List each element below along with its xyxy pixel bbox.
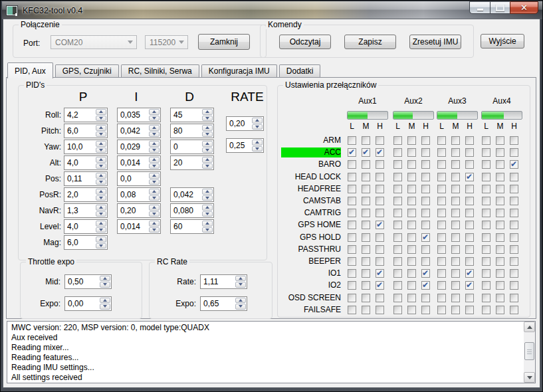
aux-checkbox-camstab-aux2-l[interactable] xyxy=(393,197,402,205)
aux-checkbox-io2-aux4-m[interactable] xyxy=(496,281,504,290)
tab-gps-czujniki[interactable]: GPS, Czujniki xyxy=(55,64,119,77)
aux-checkbox-passthru-aux3-l[interactable] xyxy=(437,245,446,254)
aux-checkbox-passthru-aux1-l[interactable] xyxy=(348,245,356,254)
pid-pos-p-spinner-up-button[interactable] xyxy=(96,173,106,179)
aux-checkbox-io2-aux1-h[interactable] xyxy=(376,281,384,290)
aux-checkbox-osd-screen-aux2-h[interactable] xyxy=(421,294,430,302)
aux-checkbox-io2-aux1-l[interactable] xyxy=(348,281,356,290)
pid-roll-d-spinner-down-button[interactable] xyxy=(202,116,213,122)
aux-checkbox-passthru-aux2-h[interactable] xyxy=(421,245,430,254)
aux-checkbox-head-lock-aux2-m[interactable] xyxy=(407,173,416,181)
write-button[interactable]: Zapisz xyxy=(344,35,396,49)
aux-checkbox-head-lock-aux4-h[interactable] xyxy=(510,173,518,181)
aux-checkbox-head-lock-aux4-m[interactable] xyxy=(496,173,504,181)
pid-yaw-i-spinner-up-button[interactable] xyxy=(149,141,160,147)
pid-pitch-p-spinner-down-button[interactable] xyxy=(96,132,106,138)
aux-checkbox-camstab-aux2-m[interactable] xyxy=(407,197,416,205)
pid-level-d-spinner[interactable]: 60 xyxy=(170,219,214,234)
throttle-expo-spinner-up-button[interactable] xyxy=(100,298,110,304)
aux-checkbox-gps-home-aux1-l[interactable] xyxy=(348,221,356,229)
port-select[interactable]: COM20 xyxy=(51,35,137,49)
rc-expo-spinner-down-button[interactable] xyxy=(235,304,246,310)
aux-checkbox-head-lock-aux4-l[interactable] xyxy=(482,173,490,181)
aux-checkbox-arm-aux1-l[interactable] xyxy=(348,136,356,145)
aux-checkbox-acc-aux2-l[interactable] xyxy=(393,148,402,157)
aux-checkbox-io1-aux3-m[interactable] xyxy=(451,269,460,278)
aux-checkbox-camtrig-aux2-m[interactable] xyxy=(407,209,416,217)
aux-checkbox-io1-aux4-l[interactable] xyxy=(482,269,490,278)
aux-checkbox-io2-aux4-h[interactable] xyxy=(510,281,518,290)
aux-checkbox-failsafe-aux3-h[interactable] xyxy=(465,306,474,314)
aux-checkbox-gps-hold-aux2-l[interactable] xyxy=(393,233,402,242)
pid-alt-p-spinner[interactable]: 4,0 xyxy=(64,155,108,170)
aux-checkbox-headfree-aux2-h[interactable] xyxy=(421,185,430,193)
scrollbar-thumb[interactable] xyxy=(524,342,534,360)
pid-mag-p-spinner-up-button[interactable] xyxy=(96,237,106,243)
aux-checkbox-arm-aux3-l[interactable] xyxy=(437,136,446,145)
pid-alt-p-spinner-down-button[interactable] xyxy=(96,163,106,169)
aux-checkbox-gps-home-aux4-h[interactable] xyxy=(510,221,518,229)
pid-posr-p-spinner-down-button[interactable] xyxy=(96,195,106,201)
aux-checkbox-camtrig-aux2-l[interactable] xyxy=(393,209,402,217)
maximize-button[interactable] xyxy=(490,1,510,14)
aux-checkbox-gps-home-aux3-m[interactable] xyxy=(451,221,460,229)
aux-checkbox-gps-home-aux4-m[interactable] xyxy=(496,221,504,229)
aux-checkbox-gps-hold-aux3-l[interactable] xyxy=(437,233,446,242)
pid-level-p-spinner[interactable]: 4,0 xyxy=(64,219,108,234)
aux-checkbox-failsafe-aux2-l[interactable] xyxy=(393,306,402,314)
aux-checkbox-baro-aux1-l[interactable] xyxy=(348,160,356,169)
aux-checkbox-arm-aux1-m[interactable] xyxy=(362,136,370,145)
aux-checkbox-camtrig-aux4-l[interactable] xyxy=(482,209,490,217)
aux-checkbox-headfree-aux1-m[interactable] xyxy=(362,185,370,193)
aux-checkbox-gps-hold-aux4-h[interactable] xyxy=(510,233,518,242)
aux-checkbox-failsafe-aux4-m[interactable] xyxy=(496,306,504,314)
aux-checkbox-acc-aux2-m[interactable] xyxy=(407,148,416,157)
aux-checkbox-io1-aux2-m[interactable] xyxy=(407,269,416,278)
tab-dodatki[interactable]: Dodatki xyxy=(279,64,321,77)
aux-checkbox-camtrig-aux3-m[interactable] xyxy=(451,209,460,217)
pid-posr-d-spinner[interactable]: 0,042 xyxy=(170,187,214,202)
aux-checkbox-gps-hold-aux4-m[interactable] xyxy=(496,233,504,242)
aux-checkbox-arm-aux2-l[interactable] xyxy=(393,136,402,145)
aux-checkbox-camstab-aux3-m[interactable] xyxy=(451,197,460,205)
aux-checkbox-camstab-aux2-h[interactable] xyxy=(421,197,430,205)
aux-checkbox-io2-aux3-h[interactable] xyxy=(465,281,474,290)
aux-checkbox-acc-aux2-h[interactable] xyxy=(421,148,430,157)
aux-checkbox-camstab-aux1-m[interactable] xyxy=(362,197,370,205)
pid-pos-i-spinner-down-button[interactable] xyxy=(149,179,160,185)
baud-select[interactable]: 115200 xyxy=(145,35,188,49)
pid-pitch-i-spinner-up-button[interactable] xyxy=(149,125,160,131)
aux-checkbox-beeper-aux3-m[interactable] xyxy=(451,257,460,266)
pid-rate-2-spinner[interactable]: 0,25 xyxy=(226,138,264,153)
aux-checkbox-gps-hold-aux2-h[interactable] xyxy=(421,233,430,242)
aux-checkbox-camtrig-aux1-h[interactable] xyxy=(376,209,384,217)
aux-checkbox-arm-aux3-h[interactable] xyxy=(465,136,474,145)
throttle-mid-spinner[interactable]: 0,50 xyxy=(64,274,112,289)
tab-pid-aux[interactable]: PID, Aux xyxy=(7,62,53,78)
aux-checkbox-head-lock-aux3-l[interactable] xyxy=(437,173,446,181)
aux-checkbox-camtrig-aux4-h[interactable] xyxy=(510,209,518,217)
aux-checkbox-camstab-aux4-l[interactable] xyxy=(482,197,490,205)
aux-checkbox-headfree-aux1-h[interactable] xyxy=(376,185,384,193)
pid-alt-d-spinner-up-button[interactable] xyxy=(202,157,213,163)
aux-checkbox-beeper-aux4-l[interactable] xyxy=(482,257,490,266)
aux-checkbox-camstab-aux3-l[interactable] xyxy=(437,197,446,205)
aux-checkbox-arm-aux2-m[interactable] xyxy=(407,136,416,145)
aux-checkbox-gps-hold-aux1-l[interactable] xyxy=(348,233,356,242)
aux-checkbox-baro-aux4-h[interactable] xyxy=(510,160,518,169)
aux-checkbox-headfree-aux2-m[interactable] xyxy=(407,185,416,193)
throttle-expo-spinner-down-button[interactable] xyxy=(100,304,110,310)
pid-pitch-d-spinner[interactable]: 80 xyxy=(170,124,214,138)
pid-pitch-i-spinner-down-button[interactable] xyxy=(149,132,160,138)
log-scrollbar[interactable] xyxy=(524,322,535,383)
aux-checkbox-head-lock-aux3-m[interactable] xyxy=(451,173,460,181)
aux-checkbox-headfree-aux3-l[interactable] xyxy=(437,185,446,193)
pid-mag-p-spinner[interactable]: 6,0 xyxy=(64,235,108,250)
pid-rate-1-spinner-down-button[interactable] xyxy=(252,124,263,130)
pid-rate-2-spinner-down-button[interactable] xyxy=(252,146,263,152)
aux-checkbox-gps-hold-aux4-l[interactable] xyxy=(482,233,490,242)
pid-navr-p-spinner[interactable]: 1,3 xyxy=(64,203,108,218)
aux-checkbox-io1-aux3-h[interactable] xyxy=(465,269,474,278)
aux-checkbox-headfree-aux1-l[interactable] xyxy=(348,185,356,193)
pid-level-i-spinner-down-button[interactable] xyxy=(149,227,160,233)
